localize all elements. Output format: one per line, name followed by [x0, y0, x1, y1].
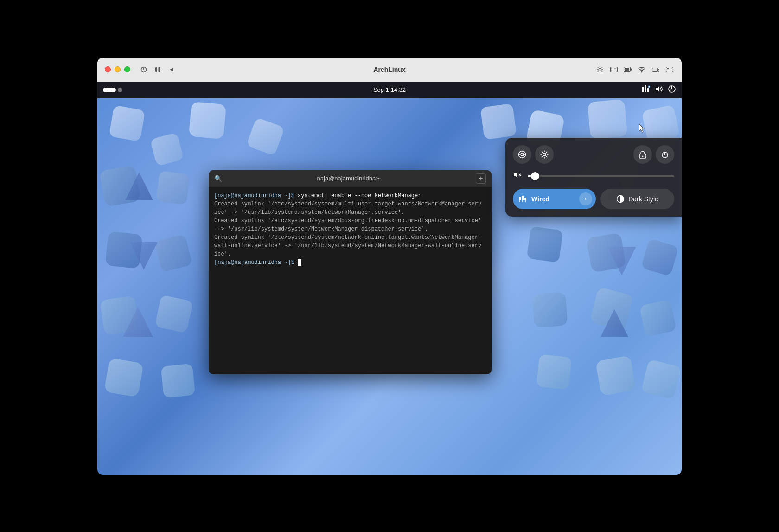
- volume-slider[interactable]: [528, 175, 674, 177]
- svg-rect-3: [159, 67, 160, 72]
- svg-rect-25: [652, 68, 658, 71]
- terminal-line-5: -> '/usr/lib/systemd/system/NetworkManag…: [214, 225, 486, 233]
- traffic-lights: [105, 66, 130, 72]
- panel-right-icons: [633, 145, 674, 164]
- svg-point-44: [543, 153, 546, 156]
- svg-rect-54: [524, 198, 526, 200]
- power-icon[interactable]: [140, 65, 148, 74]
- svg-rect-14: [611, 67, 618, 72]
- quick-settings-panel: Wired › Dark Style: [505, 138, 682, 217]
- network-icon[interactable]: [637, 65, 646, 74]
- panel-left-icons: [513, 145, 554, 164]
- svg-rect-27: [666, 67, 673, 72]
- terminal-window: 🔍 naja@najamudinridha:~ + [naja@najamudi…: [209, 170, 492, 374]
- terminal-line-1: [naja@najamudinridha ~]$ systemctl enabl…: [214, 192, 486, 200]
- battery-icon[interactable]: [623, 65, 632, 74]
- workspace-active[interactable]: [103, 88, 116, 92]
- svg-rect-31: [645, 85, 646, 92]
- titlebar-right-icons: [595, 65, 674, 74]
- settings-panel-icon[interactable]: [535, 145, 554, 164]
- svg-line-13: [598, 71, 598, 71]
- main-window: ArchLinux: [97, 58, 682, 475]
- svg-marker-35: [656, 86, 659, 92]
- status-right-icons: [641, 85, 676, 95]
- power-tray-icon[interactable]: [668, 85, 676, 95]
- svg-point-46: [642, 155, 644, 157]
- terminal-line-6: Created symlink '/etc/systemd/system/net…: [214, 233, 486, 242]
- back-icon[interactable]: [167, 65, 176, 74]
- minimize-button[interactable]: [115, 66, 121, 72]
- cast-icon[interactable]: [651, 65, 660, 74]
- svg-line-12: [602, 67, 602, 67]
- wired-expand-icon[interactable]: ›: [579, 192, 592, 205]
- wired-network-button[interactable]: Wired ›: [513, 189, 596, 209]
- workspace-indicators[interactable]: [103, 88, 122, 92]
- panel-top-row: [513, 145, 674, 164]
- maximize-button[interactable]: [124, 66, 130, 72]
- mouse-cursor: [639, 124, 645, 133]
- svg-rect-30: [642, 87, 644, 92]
- svg-rect-22: [625, 68, 629, 71]
- svg-point-34: [649, 86, 650, 87]
- dark-style-label: Dark Style: [628, 195, 658, 203]
- terminal-line-3: ice' -> '/usr/lib/systemd/system/Network…: [214, 208, 486, 217]
- power-panel-icon[interactable]: [656, 145, 674, 164]
- terminal-line-2: Created symlink '/etc/systemd/system/mul…: [214, 200, 486, 208]
- wired-label: Wired: [531, 195, 575, 203]
- terminal-line-8: ice'.: [214, 250, 486, 258]
- volume-row: [513, 171, 674, 181]
- svg-marker-49: [514, 172, 517, 178]
- brightness-icon[interactable]: [595, 65, 605, 74]
- svg-rect-52: [519, 197, 521, 200]
- pause-icon[interactable]: [153, 65, 162, 74]
- status-bar: Sep 1 14:32: [97, 82, 682, 98]
- datetime-display: Sep 1 14:32: [373, 86, 406, 93]
- svg-line-11: [602, 71, 602, 71]
- svg-point-5: [599, 68, 601, 71]
- dark-style-button[interactable]: Dark Style: [600, 189, 674, 209]
- terminal-line-4: Created symlink '/etc/systemd/system/dbu…: [214, 217, 486, 225]
- keyboard-icon[interactable]: [609, 65, 619, 74]
- network-tray-icon[interactable]: [641, 85, 650, 95]
- svg-rect-53: [522, 196, 524, 200]
- svg-line-10: [598, 67, 598, 67]
- svg-rect-32: [647, 88, 649, 92]
- terminal-body[interactable]: [naja@najamudinridha ~]$ systemctl enabl…: [209, 187, 492, 374]
- svg-rect-23: [631, 69, 632, 71]
- terminal-title: naja@najamudinridha:~: [228, 175, 470, 182]
- terminal-prompt-line: [naja@najamudinridha ~]$: [214, 258, 486, 267]
- window-title: ArchLinux: [373, 66, 405, 73]
- terminal-line-7: wait-online.service' -> '/usr/lib/system…: [214, 242, 486, 250]
- lock-panel-icon[interactable]: [633, 145, 652, 164]
- svg-marker-4: [170, 68, 173, 71]
- close-button[interactable]: [105, 66, 111, 72]
- workspace-inactive[interactable]: [118, 88, 122, 92]
- quick-actions-row: Wired › Dark Style: [513, 189, 674, 209]
- volume-tray-icon[interactable]: [655, 85, 663, 95]
- volume-knob[interactable]: [531, 172, 539, 180]
- desktop: 🔍 naja@najamudinridha:~ + [naja@najamudi…: [97, 98, 682, 475]
- screenshot-icon[interactable]: [665, 65, 674, 74]
- titlebar: ArchLinux: [97, 58, 682, 82]
- svg-point-24: [641, 71, 643, 72]
- titlebar-controls: [140, 65, 176, 74]
- terminal-titlebar: 🔍 naja@najamudinridha:~ +: [209, 170, 492, 187]
- svg-rect-2: [155, 67, 157, 72]
- svg-rect-28: [667, 68, 669, 69]
- mute-icon[interactable]: [513, 171, 522, 181]
- svg-point-39: [521, 153, 524, 156]
- terminal-search-icon[interactable]: 🔍: [214, 175, 222, 182]
- screenshot-panel-icon[interactable]: [513, 145, 531, 164]
- terminal-add-button[interactable]: +: [476, 173, 486, 184]
